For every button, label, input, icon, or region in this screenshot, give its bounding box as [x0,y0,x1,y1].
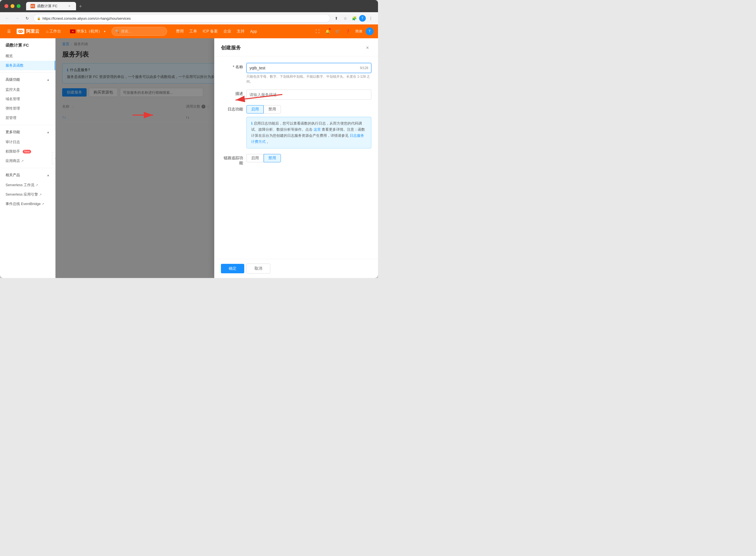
trace-enable-button[interactable]: 启用 [246,154,264,162]
browser-window: FC 函数计算 FC × + ← → ↻ 🔒 https://fcnext.co… [0,0,378,278]
log-enable-button[interactable]: 启用 [246,105,264,113]
language-selector[interactable]: 简体 [353,28,365,35]
sidebar-toggle[interactable]: ‹ [52,152,56,164]
sidebar-item-serverless-workflow[interactable]: Serverless 工作流 ↗ [0,180,55,190]
maximize-button[interactable] [16,4,21,8]
sidebar-item-layer[interactable]: 层管理 [0,113,55,123]
region-button[interactable]: ★ 华东1（杭州） ▼ [68,27,108,36]
divider-1 [0,72,55,73]
trace-control: 启用 禁用 [246,154,371,162]
back-button[interactable]: ← [3,14,11,22]
browser-content: ☰ 阿里云 ⌂ 工作台 ★ 华东1（杭州） ▼ [0,25,378,278]
address-text: https://fcnext.console.aliyun.com/cn-han… [42,16,131,21]
header-search[interactable]: 🔍 搜索... [111,27,167,36]
notification-dot [329,28,331,30]
divider-3 [0,168,55,168]
modal-panel: 创建服务 × * 名称 yqtb_test 9/128 [214,38,378,278]
sidebar-item-serverless-app[interactable]: Serverless 应用引擎 ↗ [0,190,55,199]
nav-item-enterprise[interactable]: 企业 [224,29,231,34]
log-info-box: ℹ 启用日志功能后，您可以查看函数的执行日志，从而方便您的代码调试、故障分析、数… [246,117,371,148]
cart-icon: 🛒 [335,29,340,34]
trace-disable-button[interactable]: 禁用 [264,154,281,162]
user-avatar[interactable]: T [366,28,374,35]
log-label: 日志功能 [221,105,243,112]
hamburger-button[interactable]: ☰ [4,27,13,36]
region-chevron-icon: ▼ [103,30,106,33]
ext-icon-3: ↗ [42,202,44,206]
nav-item-ticket[interactable]: 工单 [189,29,197,34]
region-flag: ★ [70,29,75,33]
close-button[interactable] [4,4,8,8]
region-label: 华东1（杭州） [77,29,102,34]
desc-input[interactable] [246,90,371,100]
workbench-icon: ⌂ [46,29,48,34]
sidebar-item-monitor[interactable]: 监控大盘 [0,85,55,94]
content-area: 首页 / 服务列表 服务列表 ℹ 什么是服务? [56,38,378,278]
hamburger-icon: ☰ [7,29,11,34]
nav-item-fee[interactable]: 费用 [176,29,184,34]
sidebar-item-permission[interactable]: 权限助手 New [0,147,55,156]
refresh-button[interactable]: ↻ [23,14,31,22]
address-bar[interactable]: 🔒 https://fcnext.console.aliyun.com/cn-h… [33,14,330,23]
form-row-trace: 链路追踪功能 启用 禁用 [221,154,371,166]
sidebar-section-more[interactable]: 更多功能 ▲ [0,126,55,136]
extensions-button[interactable]: 🧩 [350,14,358,22]
profile-button[interactable]: T [359,15,366,22]
log-toggle-group: 启用 禁用 [246,105,371,113]
form-row-name: * 名称 yqtb_test 9/128 只能包含字母、数字、下划线和中划线。不… [221,63,371,84]
info-circle-icon: ℹ [251,121,252,126]
sidebar-item-elastic[interactable]: 弹性管理 [0,104,55,113]
modal-title: 创建服务 [221,44,241,51]
aliyun-logo: 阿里云 [16,29,39,34]
sidebar-advanced-items: 监控大盘 域名管理 弹性管理 层管理 [0,84,55,124]
sidebar-permission-label: 权限助手 [5,149,20,154]
workbench-label: 工作台 [49,29,61,34]
sidebar: 函数计算 FC 概览 服务及函数 高级功能 ▲ 监控大盘 域名管理 [0,38,56,278]
notification-bell[interactable]: 🔔 [323,27,332,36]
bookmark-button[interactable]: ☆ [341,14,349,22]
new-tab-button[interactable]: + [77,2,84,10]
modal-overlay[interactable]: 创建服务 × * 名称 yqtb_test 9/128 [56,38,378,278]
menu-button[interactable]: ⋮ [367,14,375,22]
sidebar-section-advanced-label: 高级功能 [5,77,20,82]
name-input[interactable]: yqtb_test 9/128 [246,63,371,73]
sidebar-item-audit[interactable]: 审计日志 [0,137,55,147]
sidebar-section-related-label: 相关产品 [5,173,20,178]
nav-item-icp[interactable]: ICP 备案 [203,29,218,34]
share-button[interactable]: ⬆ [333,14,340,22]
name-counter: 9/128 [360,66,368,70]
sidebar-item-overview[interactable]: 概览 [0,51,55,61]
log-info-link1[interactable]: 这里 [314,127,321,132]
sidebar-item-services[interactable]: 服务及函数 [0,61,55,70]
sidebar-appstore-label: 应用商店 ↗ [5,159,24,164]
browser-tabs: FC 函数计算 FC × + [26,2,316,10]
cancel-button[interactable]: 取消 [246,264,270,274]
cart-button[interactable]: 🛒 [333,27,342,36]
logo-icon [16,29,25,34]
sidebar-section-related[interactable]: 相关产品 ▲ [0,169,55,179]
modal-close-button[interactable]: × [364,44,371,51]
name-label: * 名称 [221,63,243,70]
nav-item-app[interactable]: App [250,29,257,34]
sidebar-app-title: 函数计算 FC [0,38,55,50]
active-tab[interactable]: FC 函数计算 FC × [26,2,76,10]
log-disable-button[interactable]: 禁用 [264,105,281,113]
help-button[interactable]: ❓ [343,27,352,36]
sidebar-item-appstore[interactable]: 应用商店 ↗ [0,156,55,166]
confirm-button[interactable]: 确定 [221,264,244,273]
external-link-icon: ↗ [21,159,24,163]
tab-close-button[interactable]: × [67,4,72,8]
workbench-button[interactable]: ⌂ 工作台 [43,27,64,36]
search-placeholder: 搜索... [121,29,131,34]
nav-item-support[interactable]: 支持 [237,29,244,34]
name-value: yqtb_test [249,66,265,70]
sidebar-item-eventbridge[interactable]: 事件总线 EventBridge ↗ [0,199,55,209]
sidebar-section-advanced[interactable]: 高级功能 ▲ [0,74,55,84]
sidebar-main-items: 概览 服务及函数 [0,50,55,71]
forward-button[interactable]: → [13,14,21,22]
minimize-button[interactable] [10,4,14,8]
modal-body: * 名称 yqtb_test 9/128 只能包含字母、数字、下划线和中划线。不… [214,56,378,259]
chevron-up-icon: ▲ [47,78,50,81]
sidebar-item-domain[interactable]: 域名管理 [0,94,55,104]
screen-icon[interactable]: ⛶ [313,27,322,36]
